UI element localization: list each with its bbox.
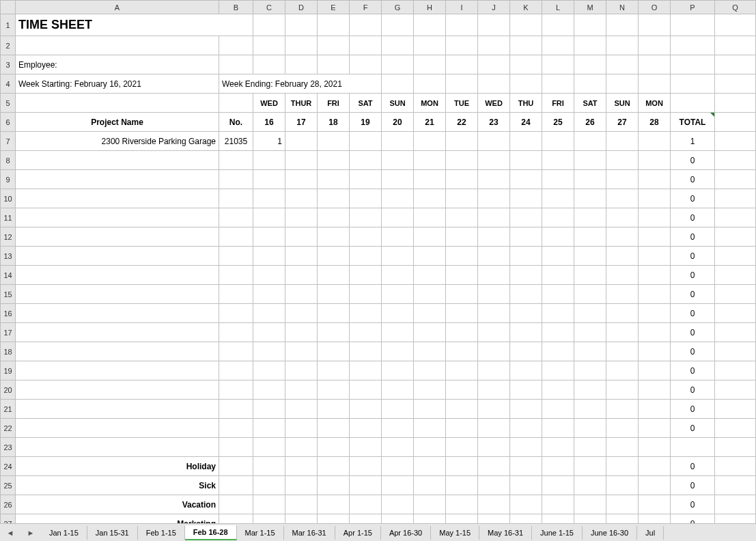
day-header[interactable]: SAT (350, 94, 382, 113)
hours-cell[interactable] (285, 304, 318, 323)
hours-cell[interactable] (478, 227, 510, 247)
col-header[interactable]: Q (715, 1, 756, 14)
hours-cell[interactable] (318, 170, 350, 189)
col-header[interactable]: C (253, 1, 285, 14)
hours-cell[interactable] (510, 323, 542, 342)
row-header[interactable]: 5 (1, 94, 16, 113)
row-header[interactable]: 13 (1, 247, 16, 266)
day-header[interactable]: FRI (318, 94, 350, 113)
hours-cell[interactable] (285, 170, 318, 189)
day-header[interactable]: MON (414, 94, 446, 113)
hours-cell[interactable] (285, 495, 318, 514)
hours-cell[interactable] (478, 266, 510, 285)
sheet-tab[interactable]: Feb 1-15 (138, 526, 185, 540)
hours-cell[interactable] (510, 189, 542, 208)
hours-cell[interactable] (414, 419, 446, 438)
hours-cell[interactable] (350, 189, 382, 208)
row-header[interactable]: 20 (1, 380, 16, 400)
hours-cell[interactable] (318, 457, 350, 476)
col-header[interactable]: A (16, 1, 219, 14)
hours-cell[interactable] (318, 495, 350, 514)
hours-cell[interactable] (414, 189, 446, 208)
project-name[interactable] (16, 400, 219, 419)
hours-cell[interactable] (639, 342, 671, 361)
hours-cell[interactable] (446, 132, 478, 151)
hours-cell[interactable] (285, 247, 318, 266)
hours-cell[interactable] (606, 151, 639, 170)
day-header[interactable]: SUN (606, 94, 639, 113)
project-name[interactable] (16, 419, 219, 438)
hours-cell[interactable] (414, 132, 446, 151)
hours-cell[interactable] (574, 304, 606, 323)
row-total[interactable]: 0 (671, 323, 715, 342)
hours-cell[interactable] (350, 285, 382, 304)
hours-cell[interactable] (253, 285, 285, 304)
hours-cell[interactable] (542, 400, 574, 419)
hours-cell[interactable] (542, 189, 574, 208)
day-header[interactable]: TUE (446, 94, 478, 113)
hours-cell[interactable] (414, 495, 446, 514)
hours-cell[interactable] (382, 208, 414, 227)
hours-cell[interactable] (414, 304, 446, 323)
date-header[interactable]: 28 (639, 113, 671, 132)
hours-cell[interactable] (510, 247, 542, 266)
row-total[interactable]: 0 (671, 266, 715, 285)
hours-cell[interactable] (478, 342, 510, 361)
hours-cell[interactable] (382, 361, 414, 380)
employee-label[interactable]: Employee: (16, 55, 219, 74)
project-no[interactable] (219, 208, 253, 227)
col-header[interactable] (1, 1, 16, 14)
hours-cell[interactable] (350, 323, 382, 342)
row-header[interactable]: 8 (1, 151, 16, 170)
hours-cell[interactable] (382, 400, 414, 419)
hours-cell[interactable] (639, 495, 671, 514)
hours-cell[interactable] (510, 400, 542, 419)
hours-cell[interactable] (382, 227, 414, 247)
hours-cell[interactable] (606, 227, 639, 247)
hours-cell[interactable] (350, 457, 382, 476)
hours-cell[interactable] (639, 419, 671, 438)
hours-cell[interactable] (510, 266, 542, 285)
row-header[interactable]: 7 (1, 132, 16, 151)
category-name[interactable]: Holiday (16, 457, 219, 476)
day-header[interactable]: THUR (285, 94, 318, 113)
hours-cell[interactable] (542, 132, 574, 151)
hours-cell[interactable] (253, 247, 285, 266)
project-name[interactable] (16, 342, 219, 361)
hours-cell[interactable] (446, 495, 478, 514)
row-total[interactable]: 0 (671, 170, 715, 189)
hours-cell[interactable] (446, 400, 478, 419)
hours-cell[interactable] (253, 361, 285, 380)
day-header[interactable]: WED (253, 94, 285, 113)
hours-cell[interactable] (606, 400, 639, 419)
hours-cell[interactable] (606, 323, 639, 342)
hours-cell[interactable] (542, 227, 574, 247)
hours-cell[interactable] (446, 457, 478, 476)
project-no[interactable] (219, 361, 253, 380)
row-header[interactable]: 15 (1, 285, 16, 304)
hours-cell[interactable] (478, 476, 510, 495)
project-no[interactable] (219, 380, 253, 400)
project-name[interactable] (16, 151, 219, 170)
hours-cell[interactable] (574, 380, 606, 400)
row-total[interactable]: 0 (671, 285, 715, 304)
hours-cell[interactable] (639, 227, 671, 247)
project-header[interactable]: Project Name (16, 113, 219, 132)
project-no[interactable] (219, 189, 253, 208)
hours-cell[interactable] (253, 495, 285, 514)
row-header[interactable]: 2 (1, 36, 16, 55)
project-no[interactable] (219, 400, 253, 419)
hours-cell[interactable] (285, 285, 318, 304)
hours-cell[interactable] (510, 285, 542, 304)
hours-cell[interactable] (350, 380, 382, 400)
project-name[interactable] (16, 247, 219, 266)
row-total[interactable]: 0 (671, 495, 715, 514)
col-header[interactable]: O (639, 1, 671, 14)
row-header[interactable]: 12 (1, 227, 16, 247)
row-total[interactable]: 0 (671, 247, 715, 266)
hours-cell[interactable] (414, 342, 446, 361)
row-header[interactable]: 3 (1, 55, 16, 74)
col-header[interactable]: F (350, 1, 382, 14)
date-header[interactable]: 19 (350, 113, 382, 132)
hours-cell[interactable] (382, 495, 414, 514)
